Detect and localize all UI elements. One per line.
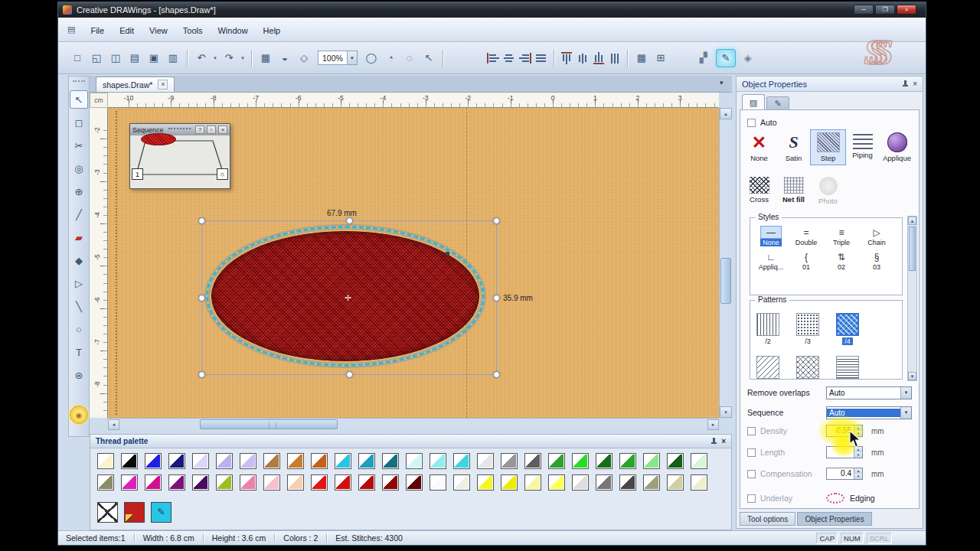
panel-header[interactable]: Object Properties ×: [737, 77, 923, 92]
thread-swatch[interactable]: [263, 474, 280, 491]
style-02[interactable]: ⇅02: [824, 249, 859, 273]
palette-icon[interactable]: ◒: [276, 50, 293, 67]
fill-piping-button[interactable]: Piping: [845, 130, 880, 165]
menu-file[interactable]: File: [83, 24, 112, 37]
fill-net-button[interactable]: Net fill: [776, 174, 811, 207]
compensation-checkbox[interactable]: [747, 470, 756, 478]
panel-scroll-thumb[interactable]: [909, 227, 916, 271]
style-03[interactable]: §03: [859, 249, 894, 273]
thread-swatch[interactable]: [335, 453, 351, 469]
knife-tool-icon[interactable]: ╱: [70, 205, 88, 223]
dropdown-arrow-icon[interactable]: ▾: [212, 55, 218, 61]
select-tool-icon[interactable]: ↖: [70, 90, 88, 109]
zoom-select[interactable]: 100%▾: [318, 51, 358, 65]
thread-swatch[interactable]: [216, 474, 233, 491]
panel-scrollbar[interactable]: ▴ ▾: [907, 216, 917, 381]
thread-swatch[interactable]: [382, 474, 399, 491]
menu-window[interactable]: Window: [210, 24, 255, 37]
close-icon[interactable]: ×: [913, 80, 917, 88]
style-01[interactable]: {01: [789, 249, 824, 273]
no-color-swatch[interactable]: [97, 502, 118, 523]
align-middle-icon[interactable]: [576, 51, 590, 65]
style-double[interactable]: =Double: [789, 224, 824, 249]
chevron-down-icon[interactable]: ▾: [347, 51, 357, 64]
fill-color-swatch[interactable]: [124, 502, 145, 523]
pattern-extra[interactable]: [836, 356, 859, 379]
thread-swatch[interactable]: [168, 474, 185, 491]
sequence-item-1[interactable]: 1: [132, 168, 143, 180]
grid-icon[interactable]: ▦: [257, 50, 274, 67]
scroll-up-icon[interactable]: ▴: [908, 217, 916, 225]
pin-icon[interactable]: [902, 80, 909, 87]
thread-swatch[interactable]: [572, 474, 589, 491]
arc-icon[interactable]: ◔: [382, 50, 399, 67]
copy-icon[interactable]: ▣: [145, 50, 162, 67]
thread-swatch[interactable]: [477, 453, 494, 469]
thread-swatch[interactable]: [596, 453, 612, 469]
thread-swatch[interactable]: [524, 453, 541, 469]
vertical-scrollbar[interactable]: ▴ ▾: [719, 108, 732, 418]
selection-handle[interactable]: [346, 371, 353, 378]
ellipse-icon[interactable]: ◯: [363, 50, 380, 67]
minimize-button[interactable]: ─: [854, 5, 874, 15]
pattern-swatch[interactable]: [836, 313, 859, 336]
remove-overlaps-select[interactable]: Auto ▾: [826, 386, 912, 399]
fill-none-button[interactable]: ✕None: [742, 130, 776, 165]
thread-swatch[interactable]: [382, 453, 399, 469]
chevron-down-icon[interactable]: ▾: [900, 407, 911, 419]
thread-swatch[interactable]: [192, 453, 209, 469]
title-bar[interactable]: Creative DRAWings - [shapes.Draw*] ─ ❐ ×: [58, 2, 926, 18]
print-icon[interactable]: ▤: [126, 50, 143, 67]
zoom-tool-icon[interactable]: ◎: [70, 159, 88, 178]
fill-tab[interactable]: ▨: [742, 94, 765, 110]
palette-grip[interactable]: [168, 128, 191, 132]
thread-swatch[interactable]: [168, 453, 185, 469]
document-tab[interactable]: shapes.Draw* ×: [96, 77, 175, 92]
density-checkbox[interactable]: [747, 427, 756, 435]
pattern-extra[interactable]: [796, 356, 819, 379]
auto-checkbox[interactable]: [747, 119, 756, 127]
freehand-tool-icon[interactable]: ╲: [70, 297, 88, 315]
vscroll-thumb[interactable]: [720, 258, 731, 304]
spin-down-icon[interactable]: ▾: [854, 452, 862, 458]
thread-swatch[interactable]: [667, 474, 684, 491]
tab-tool-options[interactable]: Tool options: [740, 512, 795, 526]
pattern-3[interactable]: /3: [796, 313, 819, 345]
selection-handle[interactable]: [346, 217, 353, 224]
scroll-up-icon[interactable]: ▴: [720, 108, 732, 119]
thread-swatch[interactable]: [477, 474, 494, 491]
align-center-icon[interactable]: [502, 51, 516, 65]
sequence-palette-titlebar[interactable]: Sequence ? ▫ ×: [130, 124, 230, 135]
thread-swatch[interactable]: [406, 453, 423, 469]
menu-help[interactable]: Help: [256, 24, 289, 37]
text-tool-icon[interactable]: T: [70, 343, 88, 361]
help-pointer-icon[interactable]: ↖: [420, 50, 437, 67]
compensation-stepper[interactable]: 0.4 ▴▾: [826, 468, 863, 480]
thread-swatch[interactable]: [406, 474, 423, 491]
undo-icon[interactable]: ↶: [193, 50, 210, 67]
thread-swatch[interactable]: [263, 453, 280, 469]
rectangle-select-tool-icon[interactable]: ◻: [70, 113, 88, 132]
thread-swatch[interactable]: [430, 453, 446, 469]
thread-swatch[interactable]: [335, 474, 351, 491]
style-appliq-[interactable]: ∟Appliq...: [753, 249, 789, 273]
thread-swatch[interactable]: [216, 453, 233, 469]
stitch-view-icon[interactable]: ▞: [694, 49, 714, 67]
tab-close-icon[interactable]: ×: [158, 80, 168, 90]
fill-cross-button[interactable]: Cross: [742, 174, 776, 207]
paste-icon[interactable]: ▥: [165, 50, 181, 67]
pen-mode-icon[interactable]: ◈: [738, 49, 758, 67]
pattern-extra[interactable]: [756, 356, 779, 379]
scroll-right-icon[interactable]: ▸: [707, 419, 719, 430]
thread-swatch[interactable]: [691, 453, 707, 469]
calligraphy-tool-icon[interactable]: ◆: [70, 251, 88, 269]
thread-swatch[interactable]: [97, 453, 114, 469]
menu-edit[interactable]: Edit: [112, 24, 142, 37]
selection-handle[interactable]: [493, 217, 500, 224]
thread-swatch[interactable]: [667, 453, 684, 469]
thread-swatch[interactable]: [501, 474, 518, 491]
pan-tool-icon[interactable]: ⊕: [70, 182, 88, 201]
spin-down-icon[interactable]: ▾: [854, 474, 862, 479]
pattern-swatch[interactable]: [796, 356, 819, 379]
close-icon[interactable]: ×: [218, 126, 227, 134]
